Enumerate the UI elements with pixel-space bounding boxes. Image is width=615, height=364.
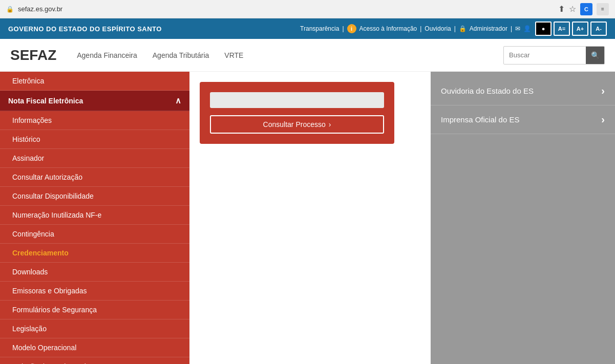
sidebar-item-contingencia[interactable]: Contingência [0, 225, 189, 244]
sidebar-item-consultar-autorizacao[interactable]: Consultar Autorização [0, 168, 189, 187]
separator-1: | [342, 25, 344, 32]
user-icon[interactable]: 👤 [523, 25, 531, 32]
contrast-button[interactable]: ● [535, 22, 552, 36]
font-decrease-button[interactable]: A- [590, 22, 607, 36]
sidebar-item-electronica[interactable]: Eletrônica [0, 72, 189, 91]
right-panel-imprensa[interactable]: Imprensa Oficial do ES › [431, 105, 615, 134]
extension-button-2[interactable]: ≡ [597, 3, 609, 15]
sidebar-item-assinador[interactable]: Assinador [0, 149, 189, 168]
nav-agenda-tributaria[interactable]: Agenda Tributária [153, 51, 209, 59]
sidebar-item-relacao-servico[interactable]: Relação de serviço web [0, 357, 189, 364]
sidebar-section-nota-fiscal[interactable]: Nota Fiscal Eletrônica ∧ [0, 91, 189, 111]
star-icon[interactable]: ☆ [569, 4, 576, 14]
nav-agenda-financeira[interactable]: Agenda Financeira [77, 51, 137, 59]
gov-bar-links: Transparência | i Acesso à Informação | … [300, 24, 531, 33]
sidebar-item-emissoras[interactable]: Emissoras e Obrigadas [0, 282, 189, 301]
mail-icon[interactable]: ✉ [515, 25, 520, 32]
nav-vrte[interactable]: VRTE [224, 51, 243, 59]
transparencia-link[interactable]: Transparência [300, 25, 339, 32]
administrador-link[interactable]: Administrador [470, 25, 507, 32]
search-input[interactable] [504, 48, 586, 62]
lock-icon-gov: 🔒 [459, 25, 466, 32]
ouvidoria-label: Ouvidoria do Estado do ES [441, 87, 534, 95]
sidebar-section-nota-fiscal-label: Nota Fiscal Eletrônica [8, 97, 83, 105]
ouvidoria-arrow-icon: › [601, 85, 605, 97]
separator-2: | [420, 25, 421, 32]
search-bar: 🔍 [503, 46, 605, 65]
imprensa-arrow-icon: › [601, 114, 605, 125]
main-layout: Eletrônica Nota Fiscal Eletrônica ∧ Info… [0, 72, 615, 364]
process-btn-label: Consultar Processo [263, 120, 326, 129]
site-logo[interactable]: SEFAZ [10, 47, 56, 63]
content-area: Consultar Processo › [189, 72, 431, 364]
acesso-info-link[interactable]: Acesso à Informação [359, 25, 417, 32]
site-header: SEFAZ Agenda Financeira Agenda Tributári… [0, 39, 615, 72]
sidebar-item-formularios[interactable]: Formulários de Segurança [0, 301, 189, 319]
right-panel: Ouvidoria do Estado do ES › Imprensa Ofi… [431, 72, 615, 364]
share-icon[interactable]: ⬆ [558, 4, 565, 14]
browser-chrome: 🔒 sefaz.es.gov.br ⬆ ☆ C ≡ [0, 0, 615, 18]
consultar-processo-button[interactable]: Consultar Processo › [210, 115, 384, 134]
sidebar-item-historico[interactable]: Histórico [0, 130, 189, 149]
sidebar-item-modelo-operacional[interactable]: Modelo Operacional [0, 338, 189, 357]
process-card: Consultar Processo › [200, 82, 394, 144]
sidebar-item-consultar-disponibilidade[interactable]: Consultar Disponibilidade [0, 187, 189, 206]
lock-icon: 🔒 [6, 6, 14, 13]
search-button[interactable]: 🔍 [586, 47, 604, 64]
font-normal-button[interactable]: A= [554, 22, 570, 36]
gov-title: GOVERNO DO ESTADO DO ESPÍRITO SANTO [8, 25, 162, 33]
font-increase-button[interactable]: A+ [572, 22, 588, 36]
browser-action-buttons: ⬆ ☆ C ≡ [558, 3, 609, 15]
extension-button[interactable]: C [580, 3, 592, 15]
sidebar-item-credenciamento[interactable]: Credenciamento [0, 244, 189, 263]
sidebar-item-legislacao[interactable]: Legislação [0, 319, 189, 338]
imprensa-label: Imprensa Oficial do ES [441, 115, 519, 124]
sidebar-item-downloads[interactable]: Downloads [0, 263, 189, 282]
info-icon: i [347, 24, 356, 33]
process-input-row [210, 92, 384, 108]
process-btn-arrow: › [329, 120, 331, 129]
browser-url: sefaz.es.gov.br [18, 5, 554, 13]
sidebar-item-numeracao[interactable]: Numeração Inutilizada NF-e [0, 206, 189, 225]
chevron-up-icon: ∧ [175, 96, 181, 105]
process-input[interactable] [210, 92, 384, 108]
accessibility-buttons: ● A= A+ A- [535, 22, 607, 36]
main-nav: Agenda Financeira Agenda Tributária VRTE [77, 51, 503, 59]
ouvidoria-link[interactable]: Ouvidoria [425, 25, 451, 32]
sidebar-item-informacoes[interactable]: Informações [0, 111, 189, 130]
sidebar: Eletrônica Nota Fiscal Eletrônica ∧ Info… [0, 72, 189, 364]
separator-3: | [454, 25, 456, 32]
right-panel-ouvidoria[interactable]: Ouvidoria do Estado do ES › [431, 77, 615, 105]
government-bar: GOVERNO DO ESTADO DO ESPÍRITO SANTO Tran… [0, 18, 615, 39]
separator-4: | [511, 25, 512, 32]
